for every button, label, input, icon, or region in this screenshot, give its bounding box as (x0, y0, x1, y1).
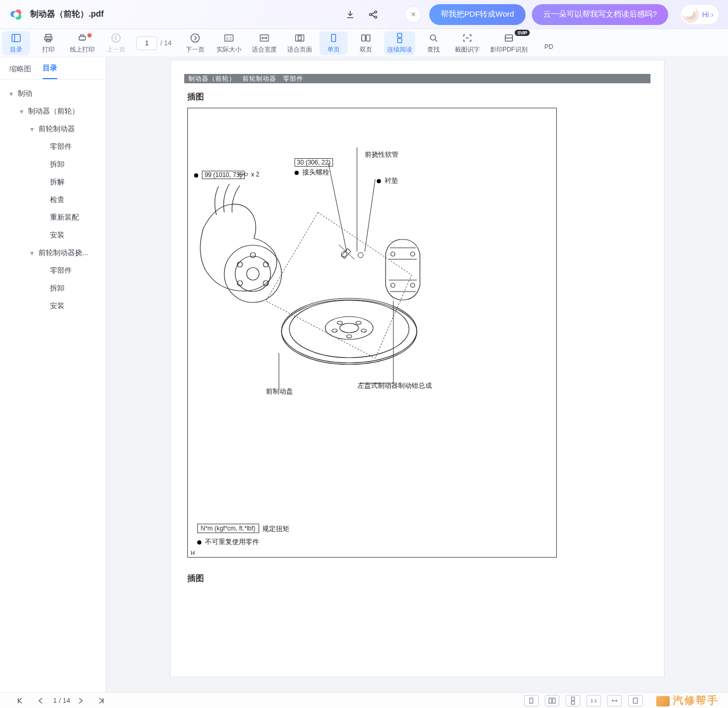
document-title: 制动器（前轮）.pdf (30, 9, 104, 20)
next-page-tool[interactable]: 下一页 (181, 31, 209, 55)
svg-point-43 (341, 251, 347, 257)
print-tool[interactable]: 打印 (34, 31, 62, 55)
svg-point-12 (112, 34, 120, 42)
assistant-avatar-button[interactable]: Hi › (681, 5, 719, 24)
toc-item[interactable]: 安装 (3, 226, 106, 244)
svg-point-51 (325, 317, 373, 339)
svg-rect-59 (549, 698, 552, 703)
toc-item[interactable]: 安装 (3, 297, 106, 315)
svg-point-44 (391, 252, 395, 256)
tab-thumbnails[interactable]: 缩略图 (9, 65, 31, 79)
section-title: 插图 (187, 92, 650, 103)
actual-size-tool[interactable]: 1:1 实际大小 (213, 31, 245, 55)
notification-dot-icon (87, 33, 92, 37)
legend-label: ：规定扭矩 (256, 524, 289, 534)
outline-tool[interactable]: 目录 (2, 31, 30, 55)
scan-pdf-tool[interactable]: SVIP 影印PDF识别 (487, 31, 531, 55)
find-tool[interactable]: 查找 (419, 31, 448, 55)
svg-text:1:1: 1:1 (226, 36, 232, 41)
prompt-close-button[interactable]: × (405, 7, 421, 22)
toc-item[interactable]: 拆卸 (3, 280, 106, 297)
chevron-down-icon: ▾ (28, 249, 35, 257)
svg-point-55 (347, 335, 352, 338)
document-viewport[interactable]: 制动器（前轮） 前轮制动器 零部件 插图 99 (1010, 73) x 2 3… (106, 57, 728, 692)
svg-rect-11 (79, 36, 85, 40)
watermark: 汽修帮手 (656, 693, 719, 707)
single-page-tool[interactable]: 单页 (320, 31, 348, 55)
svg-rect-22 (398, 33, 402, 37)
toc-item[interactable]: 拆卸 (3, 156, 106, 173)
share-button[interactable] (364, 5, 382, 24)
svg-rect-23 (398, 39, 402, 43)
toc-item[interactable]: ▾制动 (3, 85, 106, 103)
toc-item[interactable]: 检查 (3, 191, 106, 209)
download-button[interactable] (341, 5, 360, 24)
chevron-down-icon: ▾ (28, 125, 35, 133)
status-bar: 1 / 14 1:1 汽修帮手 (0, 692, 728, 708)
view-fitp-button[interactable] (628, 695, 643, 706)
ai-summary-button[interactable]: 云一朵可以帮我写文档读后感吗? (532, 4, 668, 25)
toc-item[interactable]: 拆解 (3, 173, 106, 191)
diagram-illustration (188, 108, 556, 473)
fit-width-tool[interactable]: 适合宽度 (249, 31, 280, 55)
toc-item[interactable]: 重新装配 (3, 209, 106, 226)
svg-rect-63 (633, 698, 637, 703)
sidebar: 缩略图 目录 ▾制动 ▾制动器（前轮） ▾前轮制动器 零部件 拆卸 拆解 检查 … (0, 57, 106, 692)
pdf-page: 制动器（前轮） 前轮制动器 零部件 插图 99 (1010, 73) x 2 3… (171, 60, 664, 677)
online-print-tool[interactable]: 线上打印 (67, 31, 98, 55)
svg-rect-7 (12, 34, 20, 42)
toc-tree: ▾制动 ▾制动器（前轮） ▾前轮制动器 零部件 拆卸 拆解 检查 重新装配 安装… (0, 80, 106, 692)
page-total-label: / 14 (59, 697, 70, 704)
pd-tool[interactable]: PD (535, 31, 563, 55)
view-double-button[interactable] (545, 695, 559, 706)
prev-page-button[interactable] (33, 695, 48, 706)
toc-item[interactable]: ▾前轮制动器 (3, 120, 106, 138)
toc-item[interactable]: 零部件 (3, 138, 106, 156)
svg-rect-9 (45, 37, 52, 40)
legend-unit: N*m (kgf*cm, ft.*lbf) (197, 524, 259, 533)
svg-point-47 (411, 283, 415, 287)
next-page-button[interactable] (73, 695, 88, 706)
svg-point-57 (356, 321, 361, 324)
view-actual-button[interactable]: 1:1 (586, 695, 601, 706)
svg-rect-41 (341, 249, 351, 259)
last-page-button[interactable] (94, 695, 109, 706)
svg-line-31 (365, 179, 375, 251)
svg-rect-60 (553, 698, 555, 703)
view-continuous-button[interactable] (566, 695, 580, 706)
toc-item[interactable]: 零部件 (3, 262, 106, 280)
main-area: 缩略图 目录 ▾制动 ▾制动器（前轮） ▾前轮制动器 零部件 拆卸 拆解 检查 … (0, 57, 728, 692)
continuous-read-tool[interactable]: 连续阅读 (384, 31, 415, 55)
page-total-label: / 14 (160, 39, 172, 47)
toc-item[interactable]: ▾前轮制动器挠... (3, 244, 106, 262)
view-single-button[interactable] (524, 695, 539, 706)
svg-point-33 (235, 256, 271, 292)
view-fitw-button[interactable] (607, 695, 622, 706)
svg-rect-62 (571, 701, 574, 704)
first-page-button[interactable] (12, 695, 27, 706)
double-page-tool[interactable]: 双页 (352, 31, 380, 55)
legend-noreuse: 不可重复使用零件 (205, 538, 259, 546)
svg-point-49 (282, 298, 417, 363)
tab-toc[interactable]: 目录 (43, 64, 57, 79)
svip-badge: SVIP (515, 30, 530, 36)
screenshot-ocr-tool[interactable]: 截图识字 (452, 31, 483, 55)
svg-point-52 (340, 323, 359, 333)
toc-item[interactable]: ▾制动器（前轮） (3, 103, 106, 120)
assistant-avatar-icon (682, 6, 699, 23)
section-band: 制动器（前轮） 前轮制动器 零部件 (184, 74, 650, 83)
svg-point-6 (375, 16, 377, 18)
page-current-input[interactable]: 1 (136, 36, 157, 50)
chevron-down-icon: ▾ (18, 108, 25, 115)
svg-point-5 (375, 11, 377, 13)
svg-rect-61 (571, 697, 574, 700)
page-current-label: 1 (53, 697, 57, 704)
svg-point-24 (430, 35, 436, 40)
page-indicator: 1 / 14 (136, 35, 175, 51)
svg-line-30 (328, 163, 347, 251)
sidebar-tabs: 缩略图 目录 (0, 57, 106, 80)
convert-to-word-button[interactable]: 帮我把PDF转成Word (429, 4, 526, 25)
fit-page-tool[interactable]: 适合页面 (284, 31, 315, 55)
watermark-icon (656, 696, 670, 706)
svg-rect-21 (366, 35, 370, 41)
